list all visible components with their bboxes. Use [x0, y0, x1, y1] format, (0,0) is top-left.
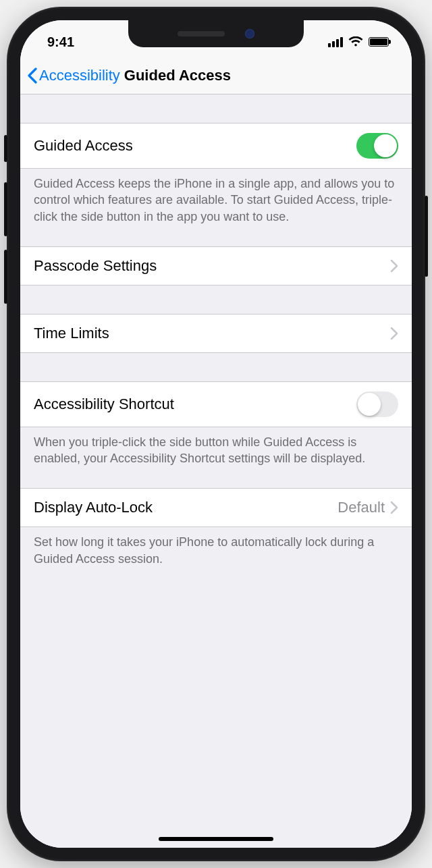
navigation-bar: Accessibility Guided Access — [20, 57, 412, 94]
toggle-accessibility-shortcut[interactable] — [356, 391, 398, 417]
home-indicator[interactable] — [159, 837, 273, 841]
footer-accessibility-shortcut: When you triple-click the side button wh… — [20, 427, 412, 477]
wifi-icon — [348, 36, 363, 47]
screen: 9:41 Accessibility Gui — [20, 20, 412, 848]
volume-up-button — [4, 182, 7, 236]
side-button — [425, 196, 428, 277]
chevron-left-icon — [27, 67, 38, 84]
row-accessibility-shortcut[interactable]: Accessibility Shortcut — [20, 381, 412, 427]
page-title: Guided Access — [124, 67, 231, 84]
toggle-guided-access[interactable] — [356, 133, 398, 159]
row-passcode-settings[interactable]: Passcode Settings — [20, 246, 412, 286]
back-button[interactable]: Accessibility — [27, 67, 120, 84]
status-time: 9:41 — [47, 34, 74, 50]
chevron-right-icon — [390, 259, 398, 273]
row-value: Default — [338, 499, 385, 516]
row-display-auto-lock[interactable]: Display Auto-Lock Default — [20, 488, 412, 527]
row-label: Guided Access — [34, 137, 356, 155]
mute-switch — [4, 135, 7, 162]
row-label: Passcode Settings — [34, 257, 390, 275]
front-camera — [245, 29, 254, 38]
back-label: Accessibility — [39, 67, 120, 84]
row-label: Accessibility Shortcut — [34, 396, 356, 413]
chevron-right-icon — [390, 501, 398, 514]
iphone-frame: 9:41 Accessibility Gui — [7, 7, 425, 861]
row-time-limits[interactable]: Time Limits — [20, 314, 412, 353]
row-label: Display Auto-Lock — [34, 499, 338, 516]
cellular-signal-icon — [328, 37, 343, 47]
row-guided-access[interactable]: Guided Access — [20, 123, 412, 169]
toggle-knob — [374, 134, 397, 157]
footer-display-auto-lock: Set how long it takes your iPhone to aut… — [20, 527, 412, 576]
battery-icon — [369, 37, 389, 47]
speaker-grille — [178, 31, 225, 36]
notch — [128, 20, 304, 47]
row-label: Time Limits — [34, 325, 390, 342]
settings-content[interactable]: Guided Access Guided Access keeps the iP… — [20, 94, 412, 848]
footer-guided-access: Guided Access keeps the iPhone in a sing… — [20, 169, 412, 234]
chevron-right-icon — [390, 327, 398, 340]
toggle-knob — [358, 393, 381, 416]
volume-down-button — [4, 250, 7, 304]
